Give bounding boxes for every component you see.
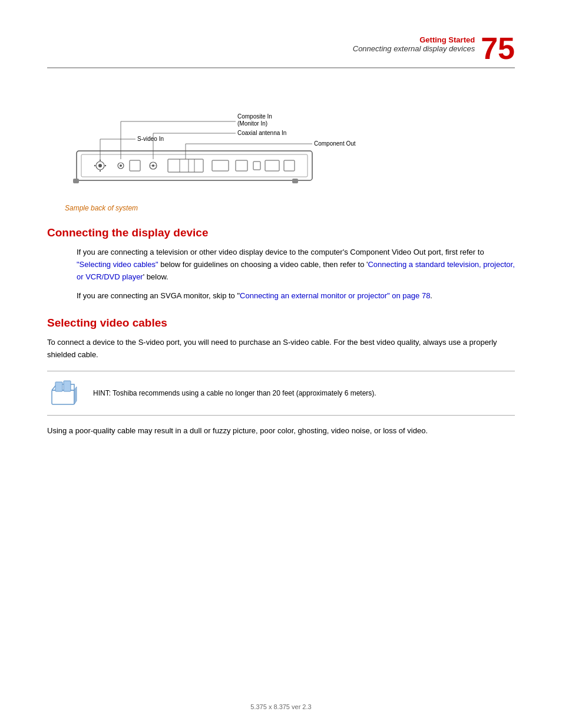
svg-rect-21	[253, 162, 260, 170]
svg-point-7	[105, 165, 106, 166]
page-footer: 5.375 x 8.375 ver 2.3	[0, 703, 562, 710]
svg-rect-22	[265, 160, 279, 171]
coaxial-label: Coaxial antenna In	[237, 130, 286, 136]
diagram-area: S-video In Composite In (Monitor In) Coa…	[47, 86, 515, 212]
external-monitor-link[interactable]: Connecting an external monitor or projec…	[240, 291, 430, 300]
monitor-in-label: (Monitor In)	[237, 120, 267, 127]
s-video-label: S-video In	[137, 136, 164, 142]
page-container: Getting Started Connecting external disp…	[0, 0, 562, 728]
selecting-cables-heading: Selecting video cables	[47, 317, 515, 330]
connecting-display-heading: Connecting the display device	[47, 226, 515, 239]
svg-point-3	[98, 164, 102, 167]
back-of-system-diagram: S-video In Composite In (Monitor In) Coa…	[59, 86, 436, 198]
svg-marker-38	[74, 387, 77, 404]
footer-text: 5.375 x 8.375 ver 2.3	[250, 703, 311, 710]
svg-point-5	[100, 170, 101, 172]
header-text-block: Getting Started Connecting external disp…	[353, 35, 475, 53]
svg-rect-23	[284, 160, 295, 171]
connecting-display-p1: If you are connecting a television or ot…	[77, 246, 515, 283]
svg-rect-37	[64, 381, 71, 391]
page-number: 75	[481, 33, 515, 64]
svg-rect-25	[292, 179, 298, 183]
svg-rect-36	[55, 382, 62, 391]
svg-point-9	[120, 164, 122, 167]
svg-rect-20	[236, 160, 247, 171]
component-out-label: Component Out	[314, 140, 356, 147]
after-hint-p1: Using a poor-quality cable may result in…	[47, 425, 515, 437]
header-subtitle: Connecting external display devices	[353, 44, 475, 53]
header-divider	[47, 67, 515, 68]
hint-icon	[47, 378, 82, 408]
section-title: Getting Started	[353, 35, 475, 44]
svg-rect-15	[168, 159, 203, 172]
svg-rect-10	[130, 160, 140, 171]
hint-box: HINT: Toshiba recommends using a cable n…	[47, 371, 515, 416]
connecting-display-p2: If you are connecting an SVGA monitor, s…	[77, 290, 515, 302]
selecting-cables-link[interactable]: "Selecting video cables"	[77, 260, 158, 269]
composite-in-label: Composite In	[237, 113, 272, 120]
hint-text: HINT: Toshiba recommends using a cable n…	[93, 388, 376, 398]
svg-rect-34	[52, 390, 74, 404]
svg-rect-19	[212, 160, 229, 171]
svg-rect-24	[73, 179, 79, 183]
hint-icon-svg	[47, 378, 80, 407]
diagram-caption: Sample back of system	[65, 204, 515, 212]
selecting-cables-p1: To connect a device to the S-video port,…	[47, 337, 515, 361]
page-header: Getting Started Connecting external disp…	[47, 35, 515, 64]
svg-point-6	[94, 165, 95, 166]
